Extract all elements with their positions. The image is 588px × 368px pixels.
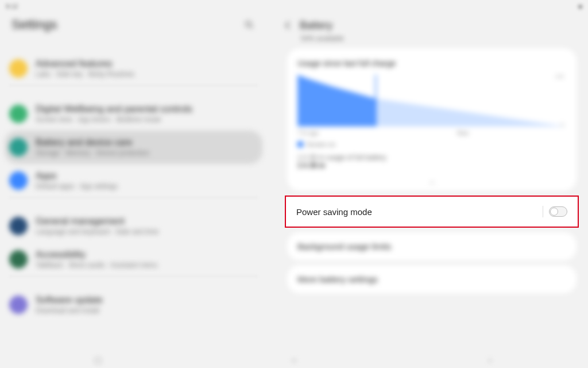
sidebar-item-sub: Download and install [36, 306, 103, 315]
nav-home-button[interactable]: ○ [289, 355, 299, 365]
sidebar-item-sub: Language and keyboard · Date and time [36, 228, 158, 236]
chart-time-start: 7 hr ago [297, 130, 319, 136]
power-saving-toggle[interactable] [543, 206, 567, 217]
chart-time-end: Now [457, 130, 469, 136]
chart-stats-hours: 1 h 35 m [297, 162, 325, 170]
sidebar-item-digital-wellbeing[interactable]: Digital Wellbeing and parental controls … [0, 97, 267, 131]
sidebar-item-label: Advanced features [36, 59, 134, 69]
sidebar-item-label: Software update [36, 295, 103, 305]
sidebar-item-label: Accessibility [36, 250, 157, 260]
sidebar-item-label: General management [36, 216, 158, 227]
apps-icon [9, 171, 28, 190]
sidebar-item-apps[interactable]: Apps Default apps · App settings [0, 164, 267, 197]
chart-y-max: 100 [555, 74, 564, 79]
general-management-icon [9, 217, 28, 235]
chart-stats: 1 h 35 m usage of full battery 1 h 35 m [297, 154, 566, 170]
sidebar-item-software-update[interactable]: Software update Download and install [0, 288, 267, 321]
legend-label: Screen on [307, 141, 335, 148]
more-battery-label: More battery settings [297, 274, 378, 284]
sidebar-item-label: Digital Wellbeing and parental controls [36, 104, 192, 114]
divider [9, 85, 258, 86]
divider [9, 197, 258, 198]
toggle-track [549, 206, 567, 217]
chart-title: Usage since last full charge [297, 59, 566, 68]
sidebar-item-sub: Screen time · App timers · Bedtime mode [36, 116, 192, 124]
power-saving-row[interactable]: Power saving mode [286, 197, 578, 227]
svg-point-0 [246, 21, 251, 26]
legend-swatch-icon [297, 141, 303, 147]
background-usage-row[interactable]: Background usage limits [287, 232, 577, 260]
chevron-down-icon: ⌄ [429, 177, 435, 185]
status-bar: 9:12 ■ [0, 0, 588, 13]
more-battery-row[interactable]: More battery settings [287, 265, 577, 293]
settings-pane: Settings Advanced features Labs · Side k… [0, 13, 267, 368]
battery-header: Battery [276, 13, 588, 34]
battery-device-care-icon [9, 138, 28, 156]
power-saving-label: Power saving mode [296, 207, 372, 217]
sidebar-item-sub: Default apps · App settings [36, 182, 118, 190]
chart-expand-button[interactable]: ⌄ [297, 175, 566, 185]
battery-percent-line: 54% available [276, 34, 588, 43]
sidebar-item-advanced-features[interactable]: Advanced features Labs · Side key · Bixb… [0, 52, 267, 85]
nav-back-button[interactable]: ‹ [485, 355, 495, 365]
status-time: 9:12 [6, 3, 18, 10]
back-icon[interactable] [281, 18, 295, 32]
battery-usage-chart: 100 0 [297, 75, 566, 126]
sidebar-item-sub: Labs · Side key · Bixby Routines [36, 70, 134, 78]
sidebar-item-sub: Storage · Memory · Device protection [36, 149, 149, 157]
digital-wellbeing-icon [9, 105, 28, 123]
chart-stats-line: 1 h 35 m usage of full battery [297, 154, 386, 162]
sidebar-item-label: Battery and device care [36, 137, 149, 148]
battery-title: Battery [300, 20, 332, 32]
software-update-icon [9, 296, 28, 314]
advanced-features-icon [9, 59, 28, 78]
sidebar-item-accessibility[interactable]: Accessibility TalkBack · Mono audio · As… [0, 243, 267, 276]
settings-header: Settings [0, 13, 267, 40]
status-battery-icon: ■ [578, 3, 582, 10]
toggle-divider [543, 206, 543, 217]
sidebar-item-general-management[interactable]: General management Language and keyboard… [0, 209, 267, 243]
chart-time-row: 7 hr ago Now [297, 130, 566, 136]
search-icon[interactable] [243, 18, 256, 31]
power-saving-highlight: Power saving mode [285, 195, 579, 228]
battery-pane: Battery 54% available Usage since last f… [276, 13, 588, 368]
accessibility-icon [9, 250, 28, 269]
chart-y-min: 0 [561, 122, 564, 128]
nav-recent-button[interactable]: ▢ [93, 355, 103, 365]
toggle-thumb [550, 208, 558, 216]
sidebar-item-battery-device-care[interactable]: Battery and device care Storage · Memory… [5, 131, 262, 164]
chart-legend: Screen on [297, 141, 566, 148]
system-nav-bar: ▢ ○ ‹ [0, 352, 588, 368]
background-usage-label: Background usage limits [297, 241, 391, 251]
sidebar-item-sub: TalkBack · Mono audio · Assistant menu [36, 261, 157, 269]
sidebar-item-label: Apps [36, 171, 118, 181]
settings-title: Settings [11, 17, 57, 32]
usage-chart-card: Usage since last full charge 100 0 7 hr … [287, 48, 577, 191]
divider [9, 276, 258, 277]
svg-line-1 [250, 26, 253, 28]
